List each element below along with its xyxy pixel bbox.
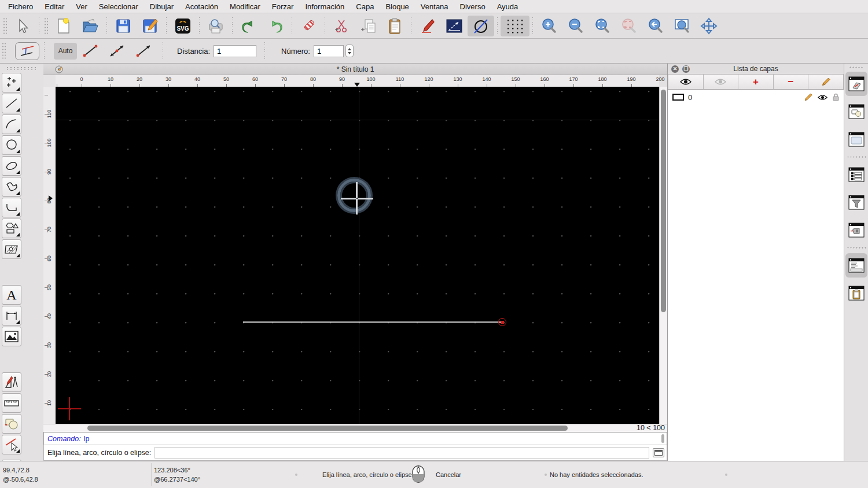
zoom-window-button[interactable] [669, 16, 696, 36]
image-tool-button[interactable] [2, 327, 21, 346]
grid-toggle-button[interactable] [501, 16, 529, 36]
layer-row[interactable]: 0 [668, 90, 844, 104]
menu-item[interactable]: Ventana [415, 0, 454, 13]
block-tool-button[interactable] [2, 414, 21, 434]
copy-button[interactable] [355, 16, 381, 36]
show-all-layers-button[interactable] [668, 74, 704, 90]
horizontal-scrollbar-thumb[interactable] [87, 426, 568, 431]
zoom-in-button[interactable] [536, 16, 562, 36]
remove-layer-button[interactable]: − [774, 74, 809, 90]
layer-lock-toggle[interactable] [833, 93, 839, 101]
layer-color-swatch[interactable] [672, 94, 684, 101]
spline-tool-button[interactable] [2, 177, 21, 197]
menu-item[interactable]: Seleccionar [93, 0, 144, 13]
line-tool-button[interactable] [2, 94, 21, 113]
menu-item[interactable]: Diverso [454, 0, 491, 13]
layer-edit-button[interactable] [804, 93, 812, 102]
undo-button[interactable] [236, 16, 262, 36]
edit-layer-button[interactable] [808, 74, 844, 90]
layer-visibility-toggle[interactable] [818, 94, 827, 101]
polyline-tool-button[interactable] [2, 198, 21, 217]
stepper-down-icon[interactable] [348, 52, 351, 54]
dockbar-drag-handle[interactable] [849, 66, 864, 69]
toolbar-drag-handle[interactable] [2, 42, 6, 60]
menu-item[interactable]: Forzar [266, 0, 300, 13]
hatch-tool-button[interactable] [2, 239, 21, 259]
line-one-direction-button[interactable] [130, 40, 157, 61]
paste-button[interactable] [381, 16, 408, 36]
redo-button[interactable] [262, 16, 289, 36]
menu-item[interactable]: Modificar [224, 0, 266, 13]
open-file-button[interactable] [77, 16, 104, 36]
dock-command-line-button[interactable] [845, 253, 867, 278]
dock-clipboard-button[interactable] [845, 281, 867, 305]
dock-entity-list-button[interactable] [845, 162, 867, 187]
dock-block-list-button[interactable] [845, 99, 867, 124]
auto-snap-button[interactable]: Auto [54, 43, 77, 60]
menu-item[interactable]: Editar [39, 0, 70, 13]
cut-button[interactable] [328, 16, 355, 36]
horizontal-scrollbar[interactable] [56, 424, 625, 432]
drawing-canvas[interactable] [56, 87, 659, 424]
menu-item[interactable]: Ayuda [491, 0, 524, 13]
draw-pencil-button[interactable] [414, 16, 441, 36]
menu-item[interactable]: Fichero [2, 0, 39, 13]
points-tool-button[interactable] [2, 73, 21, 93]
construction-tools-button[interactable] [2, 372, 21, 392]
distance-input[interactable] [214, 45, 256, 57]
zoom-selection-button[interactable] [616, 16, 642, 36]
dock-library-browser-icon [848, 132, 865, 147]
hide-all-layers-button[interactable] [704, 74, 739, 90]
dock-pen-palette-button[interactable] [845, 218, 867, 242]
menu-item[interactable]: Información [299, 0, 350, 13]
polygon-shapes-tool-button[interactable] [2, 219, 21, 238]
menu-item[interactable]: Acotación [179, 0, 224, 13]
zoom-previous-button[interactable] [642, 16, 669, 36]
dimension-tool-button[interactable] [2, 306, 21, 326]
delete-entities-button[interactable] [295, 16, 322, 36]
line-both-directions-button[interactable] [104, 40, 130, 61]
edit-polyline-button[interactable] [441, 16, 468, 36]
command-history-scrollbar[interactable] [661, 434, 664, 443]
vertical-scrollbar[interactable] [659, 87, 667, 424]
keyboard-toggle-button[interactable] [653, 448, 664, 457]
print-preview-button[interactable] [203, 16, 229, 36]
circle-tool-button[interactable] [2, 135, 21, 155]
number-input[interactable] [314, 45, 344, 57]
menu-item[interactable]: Ver [70, 0, 93, 13]
line-entity[interactable] [243, 321, 502, 323]
stepper-up-icon[interactable] [348, 48, 351, 50]
menu-item[interactable]: Capa [350, 0, 380, 13]
zoom-pan-button[interactable] [696, 16, 722, 36]
ruler-label: 110 [392, 76, 408, 82]
menu-item[interactable]: Bloque [380, 0, 414, 13]
dock-filter-button[interactable] [845, 190, 867, 215]
measure-tool-button[interactable] [2, 393, 21, 413]
vertical-scrollbar-thumb[interactable] [661, 90, 666, 312]
save-button[interactable] [110, 16, 137, 36]
add-layer-button[interactable]: + [738, 74, 774, 90]
pointer-tool-button[interactable] [9, 16, 36, 36]
arc-tool-button[interactable] [2, 114, 21, 134]
ruler-label: 140 [479, 76, 495, 82]
dock-layer-list-button[interactable] [845, 72, 867, 96]
toolbar-drag-handle[interactable] [44, 17, 49, 35]
drawing-column: * Sin título 1 0102030405060708090100110… [43, 64, 667, 461]
text-tool-button[interactable]: A [2, 285, 21, 305]
zoom-auto-button[interactable] [589, 16, 616, 36]
new-document-button[interactable] [50, 16, 77, 36]
dock-library-browser-button[interactable] [845, 127, 867, 151]
command-input[interactable] [155, 447, 649, 459]
divide-circle-button[interactable] [468, 16, 494, 36]
zoom-out-button[interactable] [562, 16, 589, 36]
line-two-points-button[interactable] [77, 40, 104, 61]
select-entity-tool-button[interactable] [2, 435, 21, 454]
save-as-button[interactable] [137, 16, 163, 36]
menu-item[interactable]: Dibujar [144, 0, 179, 13]
palette-drag-handle[interactable] [6, 66, 38, 70]
toolbar-drag-handle[interactable] [3, 17, 8, 35]
export-svg-button[interactable]: SVG [170, 16, 196, 36]
number-stepper[interactable] [345, 45, 354, 57]
snap-restriction-button[interactable] [15, 42, 39, 60]
ellipse-tool-button[interactable] [2, 156, 21, 176]
